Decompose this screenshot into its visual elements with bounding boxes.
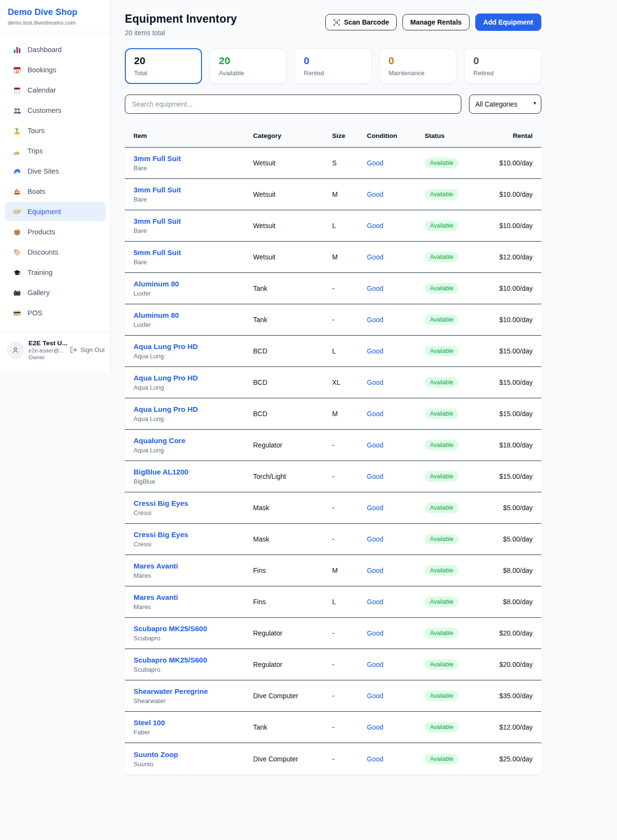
condition-link[interactable]: Good xyxy=(367,661,425,668)
item-name-link[interactable]: Aqualung Core xyxy=(134,436,253,445)
bar-chart-icon xyxy=(13,45,21,54)
stat-label: Maintenance xyxy=(389,69,447,77)
condition-link[interactable]: Good xyxy=(367,567,425,574)
item-name-link[interactable]: BigBlue AL1200 xyxy=(134,468,253,476)
sidebar-item-label: Equipment xyxy=(27,208,61,216)
user-name: E2E Test U... xyxy=(28,339,66,347)
sidebar-item-dashboard[interactable]: Dashboard xyxy=(5,40,106,59)
item-name-link[interactable]: Aqua Lung Pro HD xyxy=(134,374,253,382)
category-cell: Wetsuit xyxy=(253,253,332,261)
sidebar-item-customers[interactable]: Customers xyxy=(5,101,106,120)
search-input[interactable] xyxy=(125,95,461,114)
item-name-link[interactable]: 3mm Full Suit xyxy=(134,186,253,194)
item-name-link[interactable]: Aluminum 80 xyxy=(134,280,253,288)
rental-price: $18.00/day xyxy=(495,441,533,449)
column-header-rental: Rental xyxy=(495,132,533,139)
dive-mask-icon xyxy=(13,207,21,216)
item-name-link[interactable]: Aqua Lung Pro HD xyxy=(134,342,253,351)
item-name-link[interactable]: Scubapro MK25/S600 xyxy=(134,656,253,664)
manage-rentals-button[interactable]: Manage Rentals xyxy=(402,14,469,30)
item-name-link[interactable]: Shearwater Peregrine xyxy=(134,687,253,695)
condition-link[interactable]: Good xyxy=(367,629,425,637)
sidebar-item-trips[interactable]: Trips xyxy=(5,141,106,161)
condition-link[interactable]: Good xyxy=(367,723,425,731)
condition-link[interactable]: Good xyxy=(367,347,425,355)
stat-label: Total xyxy=(134,69,193,77)
item-name-link[interactable]: Aluminum 80 xyxy=(134,311,253,319)
status-cell: Available xyxy=(425,346,495,356)
column-header-item: Item xyxy=(134,132,253,139)
condition-link[interactable]: Good xyxy=(367,441,425,449)
avatar xyxy=(7,341,24,359)
sidebar-item-equipment[interactable]: Equipment xyxy=(5,202,106,221)
condition-link[interactable]: Good xyxy=(367,222,425,230)
item-name-link[interactable]: 3mm Full Suit xyxy=(134,154,253,163)
sidebar-item-products[interactable]: Products xyxy=(5,222,106,242)
table-row: 3mm Full SuitBareWetsuitSGoodAvailable$1… xyxy=(125,148,541,179)
scan-barcode-button[interactable]: Scan Barcode xyxy=(325,14,397,30)
sign-out-button[interactable]: Sign Out xyxy=(70,346,105,353)
sidebar-item-pos[interactable]: POS xyxy=(5,303,106,323)
item-name-link[interactable]: Scubapro MK25/S600 xyxy=(134,624,253,633)
status-cell: Available xyxy=(425,440,495,450)
sidebar-item-label: Training xyxy=(27,269,53,276)
item-name-link[interactable]: 5mm Full Suit xyxy=(134,248,253,257)
item-name-link[interactable]: Mares Avanti xyxy=(134,562,253,570)
condition-link[interactable]: Good xyxy=(367,504,425,512)
item-name-link[interactable]: Aqua Lung Pro HD xyxy=(134,405,253,413)
item-name-link[interactable]: Mares Avanti xyxy=(134,593,253,601)
stat-card-total[interactable]: 20Total xyxy=(125,48,202,84)
condition-link[interactable]: Good xyxy=(367,190,425,198)
equipment-table: Item Category Size Condition Status Rent… xyxy=(125,124,541,774)
sign-out-label: Sign Out xyxy=(80,346,105,353)
condition-link[interactable]: Good xyxy=(367,253,425,261)
status-cell: Available xyxy=(425,502,495,513)
column-header-category: Category xyxy=(253,132,332,139)
condition-link[interactable]: Good xyxy=(367,598,425,606)
sidebar-item-discounts[interactable]: Discounts xyxy=(5,243,106,262)
condition-link[interactable]: Good xyxy=(367,755,425,763)
status-badge: Available xyxy=(425,659,458,670)
category-select[interactable]: All Categories xyxy=(469,95,541,114)
sidebar-item-training[interactable]: Training xyxy=(5,263,106,282)
status-cell: Available xyxy=(425,408,495,419)
stat-card-retired[interactable]: 0Retired xyxy=(464,48,541,84)
item-brand: Aqua Lung xyxy=(134,352,253,360)
sidebar-item-gallery[interactable]: Gallery xyxy=(5,283,106,302)
item-name-link[interactable]: Cressi Big Eyes xyxy=(134,530,253,539)
status-cell: Available xyxy=(425,471,495,482)
stat-label: Available xyxy=(219,69,278,77)
stat-card-maintenance[interactable]: 0Maintenance xyxy=(379,48,456,84)
sidebar-item-boats[interactable]: Boats xyxy=(5,182,106,201)
sidebar-item-calendar[interactable]: Calendar xyxy=(5,81,106,100)
condition-link[interactable]: Good xyxy=(367,692,425,700)
sidebar-item-bookings[interactable]: 17Bookings xyxy=(5,60,106,80)
sidebar-item-dive-sites[interactable]: Dive Sites xyxy=(5,162,106,181)
stat-card-rented[interactable]: 0Rented xyxy=(295,48,372,84)
condition-link[interactable]: Good xyxy=(367,410,425,418)
item-cell: Aluminum 80Luxfer xyxy=(134,280,253,297)
main: Equipment Inventory 20 items total S xyxy=(111,0,617,774)
condition-link[interactable]: Good xyxy=(367,473,425,480)
status-cell: Available xyxy=(425,158,495,168)
sidebar-item-tours[interactable]: Tours xyxy=(5,121,106,140)
size-cell: L xyxy=(332,222,367,230)
condition-link[interactable]: Good xyxy=(367,316,425,324)
condition-link[interactable]: Good xyxy=(367,379,425,386)
credit-card-icon xyxy=(13,309,21,317)
add-equipment-button[interactable]: Add Equipment xyxy=(475,14,541,31)
condition-link[interactable]: Good xyxy=(367,159,425,167)
item-name-link[interactable]: Steel 100 xyxy=(134,718,253,727)
category-cell: BCD xyxy=(253,347,332,355)
table-row: 3mm Full SuitBareWetsuitLGoodAvailable$1… xyxy=(125,210,541,242)
item-name-link[interactable]: Cressi Big Eyes xyxy=(134,499,253,507)
item-name-link[interactable]: Suunto Zoop xyxy=(134,750,253,759)
tearoff-calendar-icon xyxy=(13,86,21,95)
item-brand: Suunto xyxy=(134,760,253,768)
condition-link[interactable]: Good xyxy=(367,535,425,543)
item-cell: Mares AvantiMares xyxy=(134,562,253,579)
category-cell: Tank xyxy=(253,316,332,324)
condition-link[interactable]: Good xyxy=(367,285,425,292)
item-name-link[interactable]: 3mm Full Suit xyxy=(134,217,253,225)
stat-card-available[interactable]: 20Available xyxy=(210,48,287,84)
